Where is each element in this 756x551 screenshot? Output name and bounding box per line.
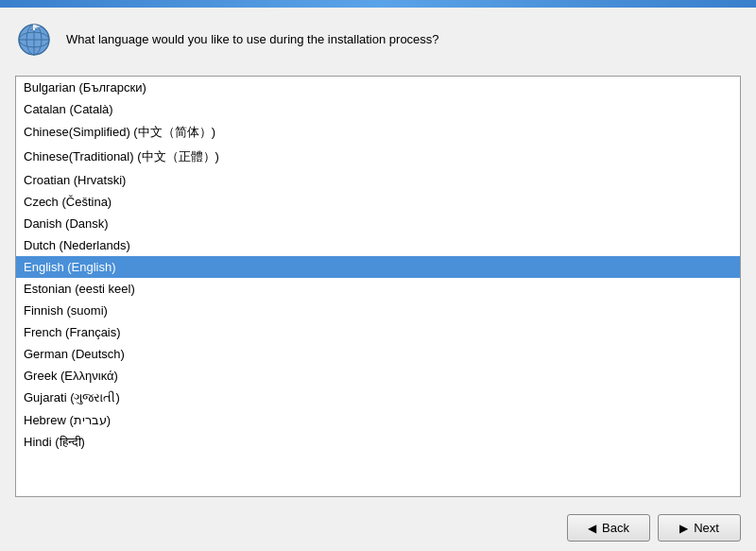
list-item[interactable]: English (English) xyxy=(16,256,740,278)
list-item[interactable]: Chinese(Traditional) (中文（正體）) xyxy=(16,145,740,169)
list-item[interactable]: Dutch (Nederlands) xyxy=(16,234,740,256)
header: What language would you like to use duri… xyxy=(0,8,756,72)
globe-icon xyxy=(15,21,53,59)
list-item[interactable]: French (Français) xyxy=(16,321,740,343)
language-list-container: Bulgarian (Български)Catalan (Català)Chi… xyxy=(15,76,741,497)
next-icon: ▶ xyxy=(679,522,688,535)
list-item[interactable]: Hindi (हिन्दी) xyxy=(16,431,740,454)
header-question: What language would you like to use duri… xyxy=(66,31,439,48)
footer: ◀ Back ▶ Next xyxy=(0,505,756,551)
language-list[interactable]: Bulgarian (Български)Catalan (Català)Chi… xyxy=(16,77,740,496)
list-item[interactable]: Estonian (eesti keel) xyxy=(16,278,740,300)
next-label: Next xyxy=(694,521,719,535)
list-item[interactable]: Czech (Čeština) xyxy=(16,191,740,213)
back-label: Back xyxy=(602,521,629,535)
list-item[interactable]: German (Deutsch) xyxy=(16,343,740,365)
next-button[interactable]: ▶ Next xyxy=(658,514,741,542)
list-item[interactable]: Hebrew (עברית) xyxy=(16,409,740,431)
back-button[interactable]: ◀ Back xyxy=(567,514,650,542)
back-icon: ◀ xyxy=(588,522,596,535)
list-item[interactable]: Greek (Ελληνικά) xyxy=(16,365,740,387)
top-banner xyxy=(0,0,756,8)
main-content: Bulgarian (Български)Catalan (Català)Chi… xyxy=(0,72,756,505)
list-item[interactable]: Chinese(Simplified) (中文（简体）) xyxy=(16,120,740,145)
list-item[interactable]: Finnish (suomi) xyxy=(16,300,740,321)
list-item[interactable]: Gujarati (ગુજરાતી) xyxy=(16,387,740,409)
list-item[interactable]: Danish (Dansk) xyxy=(16,213,740,234)
list-item[interactable]: Catalan (Català) xyxy=(16,98,740,120)
list-item[interactable]: Bulgarian (Български) xyxy=(16,77,740,98)
list-item[interactable]: Croatian (Hrvatski) xyxy=(16,169,740,191)
